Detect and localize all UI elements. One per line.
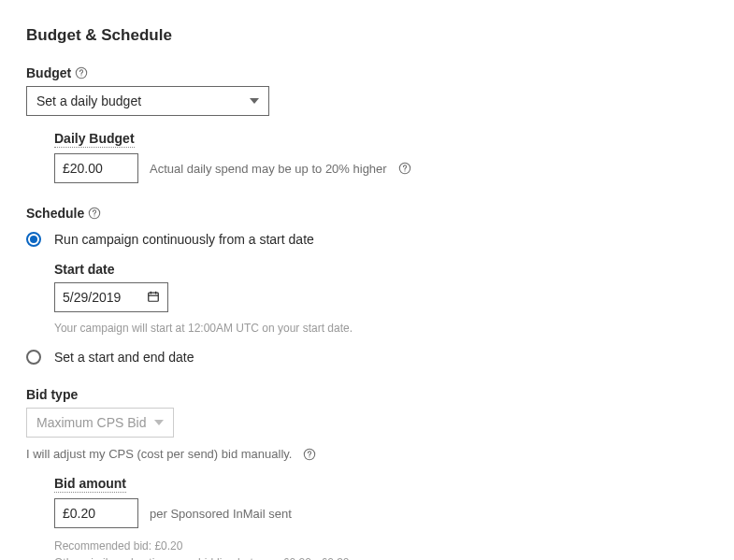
bid-type-value: Maximum CPS Bid [36,415,146,430]
chevron-down-icon [250,98,259,104]
svg-rect-6 [149,293,159,301]
help-icon[interactable] [88,207,101,220]
help-icon[interactable] [75,66,88,79]
bid-type-dropdown: Maximum CPS Bid [26,408,174,438]
budget-dropdown-value: Set a daily budget [36,93,141,108]
bid-amount-label: Bid amount [54,476,126,493]
radio-continuous[interactable] [26,232,41,247]
svg-point-11 [309,456,310,457]
daily-budget-label: Daily Budget [54,131,135,148]
bid-amount-unit: per Sponsored InMail sent [150,507,292,521]
radio-continuous-label: Run campaign continuously from a start d… [54,232,314,247]
chevron-down-icon [154,420,164,425]
calendar-icon [147,290,160,306]
bid-range-hint: Other similar advertisers are bidding be… [54,556,734,560]
help-icon[interactable] [303,448,316,461]
start-date-label: Start date [54,262,115,277]
start-date-value: 5/29/2019 [63,290,121,305]
radio-range[interactable] [26,350,41,365]
start-date-input[interactable]: 5/29/2019 [54,282,168,312]
bid-type-label: Bid type [26,387,78,402]
daily-budget-input[interactable]: £20.00 [54,153,138,183]
bid-manual-hint: I will adjust my CPS (cost per send) bid… [26,447,292,461]
radio-range-label: Set a start and end date [54,350,194,365]
svg-point-3 [404,170,405,171]
bid-amount-input[interactable]: £0.20 [54,498,138,528]
budget-label: Budget [26,65,88,80]
help-icon[interactable] [398,162,411,175]
start-date-hint: Your campaign will start at 12:00AM UTC … [54,322,734,335]
schedule-label: Schedule [26,206,101,221]
svg-point-1 [81,75,82,76]
budget-dropdown[interactable]: Set a daily budget [26,86,269,116]
svg-point-5 [94,215,95,216]
daily-budget-hint: Actual daily spend may be up to 20% high… [150,162,387,176]
bid-recommended: Recommended bid: £0.20 [54,539,734,553]
section-title: Budget & Schedule [26,26,734,45]
